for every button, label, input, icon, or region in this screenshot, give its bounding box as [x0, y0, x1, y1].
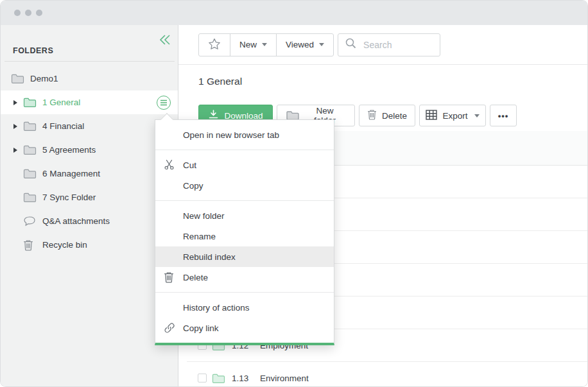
menu-item-copy-link[interactable]: Copy link — [155, 318, 334, 338]
export-label: Export — [442, 111, 467, 121]
sidebar-item-recycle-bin[interactable]: Recycle bin — [1, 233, 178, 257]
menu-item-label: History of actions — [183, 303, 250, 313]
menu-section: Open in new browser tab — [155, 120, 334, 150]
viewed-filter-label: Viewed — [286, 40, 314, 49]
menu-item-history-of-actions[interactable]: History of actions — [155, 297, 334, 318]
sidebar-title: FOLDERS — [13, 46, 53, 55]
trash-icon — [164, 271, 175, 283]
menu-item-label: New folder — [183, 211, 225, 221]
page-title: 1 General — [198, 76, 587, 87]
menu-item-open-in-new-browser-tab[interactable]: Open in new browser tab — [155, 125, 334, 145]
folder-icon — [212, 372, 225, 384]
folder-context-menu: Open in new browser tabCutCopyNew folder… — [155, 119, 334, 345]
folder-gray-icon — [23, 121, 37, 132]
menu-item-delete[interactable]: Delete — [155, 267, 334, 288]
sidebar-item-5-agreements[interactable]: 5 Agreements — [1, 138, 178, 162]
table-row[interactable]: 1.13Environment — [187, 362, 587, 387]
folder-gray-icon — [23, 144, 37, 156]
expander-icon[interactable] — [13, 148, 23, 153]
viewed-filter-button[interactable]: Viewed — [276, 34, 333, 56]
collapse-sidebar-icon[interactable] — [157, 33, 171, 46]
top-toolbar: New Viewed — [178, 25, 587, 65]
menu-item-new-folder[interactable]: New folder — [155, 205, 334, 226]
row-index: 1.13 — [232, 374, 254, 383]
sidebar-item-demo1[interactable]: Demo1 — [1, 67, 178, 90]
menu-item-label: Delete — [183, 273, 208, 282]
menu-section: History of actionsCopy link — [155, 292, 334, 343]
trash-icon — [23, 239, 37, 251]
window-control-dot — [25, 10, 31, 16]
scissors-icon — [164, 159, 175, 171]
folder-gray-icon — [11, 73, 24, 85]
menu-section: CutCopy — [155, 150, 334, 200]
speech-bubble-icon — [23, 216, 37, 227]
search-box[interactable] — [338, 33, 440, 56]
menu-item-copy[interactable]: Copy — [155, 175, 334, 196]
chevron-down-icon — [474, 114, 480, 117]
sidebar-item-label: 5 Agreements — [42, 145, 96, 155]
folder-menu-button[interactable] — [157, 96, 171, 110]
row-name: Environment — [260, 374, 309, 383]
sidebar-item-q-a-attachments[interactable]: Q&A attachments — [1, 209, 178, 233]
search-icon — [345, 37, 357, 52]
favorite-button[interactable] — [199, 34, 230, 56]
window-titlebar — [1, 1, 587, 25]
sidebar-item-1-general[interactable]: 1 General — [1, 90, 178, 114]
delete-label: Delete — [382, 111, 407, 121]
sidebar-header: FOLDERS — [4, 25, 175, 62]
chevron-down-icon — [262, 43, 267, 46]
sidebar-item-7-sync-folder[interactable]: 7 Sync Folder — [1, 185, 178, 209]
menu-item-label: Copy — [183, 181, 203, 191]
link-icon — [164, 322, 175, 334]
star-icon — [208, 38, 221, 52]
sidebar-item-6-management[interactable]: 6 Management — [1, 162, 178, 185]
folder-tree: Demo11 General4 Financial5 Agreements6 M… — [1, 62, 178, 257]
toolbar-button-group: New Viewed — [198, 33, 334, 56]
menu-item-rename[interactable]: Rename — [155, 226, 334, 246]
search-input[interactable] — [362, 39, 433, 51]
folder-green-icon — [23, 97, 37, 108]
folder-gray-icon — [23, 192, 37, 203]
window-control-dot — [14, 10, 21, 16]
new-menu-button[interactable]: New — [230, 34, 276, 56]
export-button[interactable]: Export — [419, 105, 486, 126]
expander-icon[interactable] — [13, 100, 23, 105]
more-actions-button[interactable]: ••• — [490, 105, 517, 126]
sidebar-item-label: Recycle bin — [42, 240, 87, 250]
menu-section: New folderRenameRebuild indexDelete — [155, 200, 334, 292]
delete-button[interactable]: Delete — [359, 105, 415, 126]
menu-item-label: Rebuild index — [183, 252, 236, 262]
sidebar-item-label: Q&A attachments — [42, 216, 110, 226]
sidebar-item-label: 4 Financial — [42, 121, 84, 131]
table-grid-icon — [426, 110, 437, 122]
window-control-dot — [36, 10, 42, 16]
sidebar-item-label: 6 Management — [42, 169, 100, 178]
new-menu-label: New — [239, 40, 257, 49]
sidebar-item-label: 1 General — [42, 98, 80, 107]
expander-icon[interactable] — [13, 124, 23, 129]
app-window: FOLDERS Demo11 General4 Financial5 Agree… — [0, 0, 588, 387]
menu-item-label: Copy link — [183, 323, 219, 333]
menu-item-label: Open in new browser tab — [183, 130, 279, 140]
folders-sidebar: FOLDERS Demo11 General4 Financial5 Agree… — [1, 25, 178, 387]
menu-item-label: Cut — [183, 160, 196, 170]
menu-item-rebuild-index[interactable]: Rebuild index — [155, 246, 334, 267]
folder-gray-icon — [23, 168, 37, 180]
sidebar-item-label: Demo1 — [30, 74, 58, 83]
chevron-down-icon — [319, 43, 324, 46]
ellipsis-icon: ••• — [498, 111, 509, 121]
sidebar-item-4-financial[interactable]: 4 Financial — [1, 114, 178, 138]
menu-item-label: Rename — [183, 232, 216, 241]
sidebar-item-label: 7 Sync Folder — [42, 193, 96, 202]
trash-icon — [367, 109, 377, 122]
row-checkbox[interactable] — [198, 374, 207, 383]
menu-item-cut[interactable]: Cut — [155, 155, 334, 175]
